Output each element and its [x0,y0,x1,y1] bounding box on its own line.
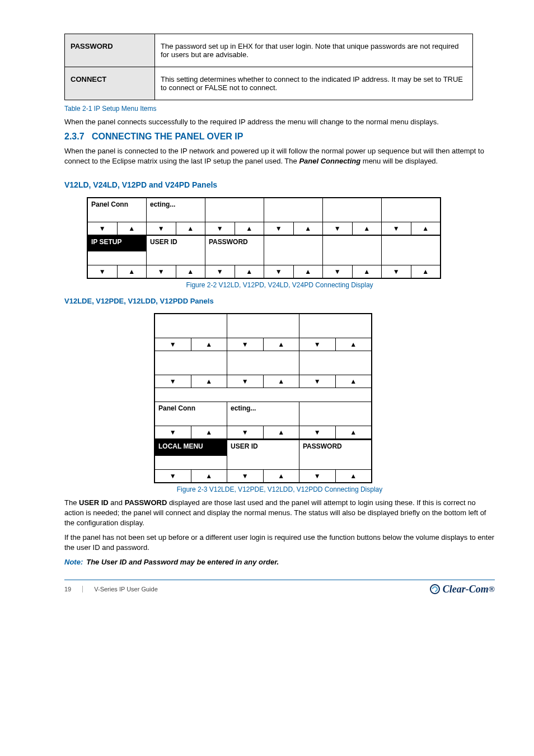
up-arrow-icon: ▲ [118,222,147,235]
note-text: The User ID and Password may be entered … [86,558,279,566]
def-key: CONNECT [65,67,155,100]
table-caption: Table 2-1 IP Setup Menu Items [64,105,495,113]
figure-caption: Figure 2-3 V12LDE, V12PDE, V12LDD, V12PD… [64,486,495,493]
definitions-table: PASSWORD The password set up in EHX for … [64,34,473,100]
subsection-heading: V12LD, V24LD, V12PD and V24PD Panels [64,180,495,189]
paragraph: The USER ID and PASSWORD displayed are t… [64,498,495,529]
user-id-label: USER ID [147,235,205,251]
down-arrow-icon: ▼ [88,222,118,235]
password-label: PASSWORD [205,235,264,251]
paragraph: When the panel is connected to the IP ne… [64,146,495,166]
up-arrow-icon: ▲ [118,265,147,278]
def-key: PASSWORD [65,34,155,67]
brand-logo: Clear-Com® [429,584,495,595]
def-desc: This setting determines whether to conne… [155,67,473,100]
page-number: 19 [64,586,83,592]
section-title: CONNECTING THE PANEL OVER IP [92,132,243,141]
note-label: Note: [64,558,83,566]
local-menu-label: LOCAL MENU [155,439,227,456]
paragraph: When the panel connects successfully to … [64,117,495,127]
panel-diagram-wide: Panel Conn ▼▲ IP SETUP ▼▲ ecting... ▼▲ U… [87,197,441,279]
subsection-heading: V12LDE, V12PDE, V12LDD, V12PDD Panels [64,297,495,305]
paragraph: If the panel has not been set up before … [64,533,495,553]
ip-setup-label: IP SETUP [88,235,146,251]
note: Note: The User ID and Password may be en… [64,558,495,566]
figure-caption: Figure 2-2 V12LD, V12PD, V24LD, V24PD Co… [64,281,495,289]
svg-point-0 [430,585,439,594]
panel-diagram-narrow: ▼▲ ▼▲ ▼▲ ▼▲ ▼▲ [154,313,372,483]
down-arrow-icon: ▼ [88,265,118,278]
password-label: PASSWORD [299,439,371,456]
brand-icon [429,584,441,595]
doc-title: V-Series IP User Guide [94,586,158,592]
section-number: 2.3.7 [64,132,85,141]
user-id-label: USER ID [227,439,299,456]
page-footer: 19 V-Series IP User Guide Clear-Com® [64,584,495,595]
def-desc: The password set up in EHX for that user… [155,34,473,67]
footer-divider [64,580,495,580]
